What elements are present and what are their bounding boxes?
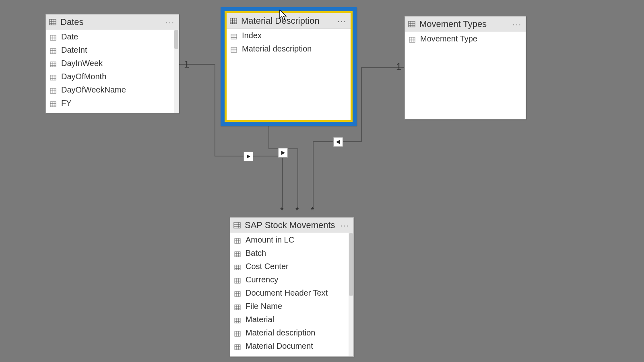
svg-rect-3 [50,19,56,25]
column-icon [231,45,238,53]
cardinality-many-material: * [295,205,299,216]
table-title: Movement Types [419,19,508,29]
column-icon [234,250,242,257]
filter-direction-movement-stock[interactable] [333,137,343,147]
field-name: Currency [246,275,278,284]
more-options-button[interactable]: ··· [165,18,175,27]
field-row[interactable]: Material [230,313,353,326]
svg-rect-103 [235,331,240,336]
column-icon [234,237,242,244]
table-title: Dates [60,17,161,27]
field-name: DateInt [61,45,87,55]
table-header[interactable]: Movement Types ··· [405,16,526,32]
table-icon [49,19,56,26]
filter-direction-material-stock[interactable] [278,148,288,158]
column-icon [409,35,416,43]
field-name: Material description [242,44,312,53]
field-row[interactable]: DayInWeek [46,57,179,70]
column-icon [50,86,57,94]
field-name: Movement Type [420,34,477,43]
field-name: Index [242,31,262,40]
field-row[interactable]: Amount in LC [230,233,353,247]
filter-direction-dates-stock[interactable] [244,152,253,161]
field-list[interactable]: Date DateInt DayInWeek DayOfMonth DayOfW… [46,30,179,113]
table-header[interactable]: Dates ··· [46,14,179,30]
table-sap-stock-movements[interactable]: SAP Stock Movements ··· Amount in LC Bat… [230,217,354,357]
column-icon [50,73,57,80]
table-header[interactable]: Material Description ··· [227,13,351,29]
svg-rect-33 [50,101,56,106]
table-title: SAP Stock Movements [245,220,335,230]
column-icon [234,263,242,270]
scrollbar-thumb[interactable] [174,30,178,49]
table-material-description[interactable]: Material Description ··· Index Material … [221,7,357,126]
field-name: DayOfWeekName [61,85,126,95]
svg-rect-23 [50,75,56,80]
table-title: Material Description [241,16,332,26]
column-icon [50,60,57,67]
field-list[interactable]: Index Material description [227,29,351,120]
svg-marker-0 [247,154,250,158]
table-dates[interactable]: Dates ··· Date DateInt DayInWeek DayOfMo… [45,14,179,113]
field-row[interactable]: DayOfWeekName [46,83,179,97]
svg-rect-78 [235,265,240,269]
svg-rect-88 [235,291,240,296]
svg-rect-58 [409,37,415,42]
scrollbar[interactable] [349,233,353,356]
svg-marker-2 [336,140,340,144]
field-row[interactable]: Material Document [230,339,353,353]
field-list[interactable]: Amount in LC Batch Cost Center Currency … [230,233,353,356]
field-row[interactable]: File Name [230,300,353,313]
table-icon [408,21,415,28]
field-name: Document Header Text [246,288,328,298]
column-icon [234,290,242,297]
svg-rect-53 [409,21,415,27]
field-row[interactable]: Movement Type [405,32,526,45]
svg-rect-83 [235,278,240,283]
field-row[interactable]: Currency [230,273,353,286]
svg-rect-13 [50,48,56,53]
more-options-button[interactable]: ··· [512,20,522,29]
scrollbar-thumb[interactable] [349,233,353,296]
field-name: Date [61,32,78,41]
field-row[interactable]: Batch [230,247,353,260]
column-icon [234,343,242,350]
field-row[interactable]: Cost Center [230,260,353,273]
svg-rect-63 [234,222,240,228]
svg-rect-48 [231,47,237,52]
svg-marker-1 [281,151,285,155]
svg-rect-18 [50,62,56,66]
svg-rect-28 [50,88,56,93]
svg-rect-108 [235,344,240,349]
more-options-button[interactable]: ··· [339,221,350,230]
svg-rect-38 [230,18,237,24]
field-name: Amount in LC [246,235,294,245]
table-icon [230,17,237,25]
more-options-button[interactable]: ··· [336,16,347,26]
field-row[interactable]: DateInt [46,43,179,57]
table-icon [233,222,241,229]
table-movement-types[interactable]: Movement Types ··· Movement Type [405,16,526,119]
field-row[interactable]: Material description [227,42,351,56]
field-row[interactable]: Material description [230,326,353,339]
column-icon [234,303,242,310]
column-icon [231,32,238,39]
svg-rect-68 [235,238,240,243]
column-icon [234,316,242,323]
field-list[interactable]: Movement Type [405,32,526,119]
field-row[interactable]: FY [46,97,179,110]
field-row[interactable]: DayOfMonth [46,70,179,83]
cardinality-label-movement: 1 [396,61,401,72]
cardinality-many-movement: * [311,205,314,216]
table-header[interactable]: SAP Stock Movements ··· [230,218,353,233]
model-canvas[interactable]: 1 1 * * * Dates ··· Date DateInt DayInWe… [0,0,644,362]
scrollbar[interactable] [174,30,179,113]
column-icon [50,100,57,107]
field-row[interactable]: Date [46,30,179,43]
field-name: DayOfMonth [61,72,106,81]
field-row[interactable]: Index [227,29,351,42]
column-icon [234,329,242,337]
svg-rect-93 [235,304,240,309]
cardinality-label-dates: 1 [184,59,189,70]
field-row[interactable]: Document Header Text [230,286,353,300]
